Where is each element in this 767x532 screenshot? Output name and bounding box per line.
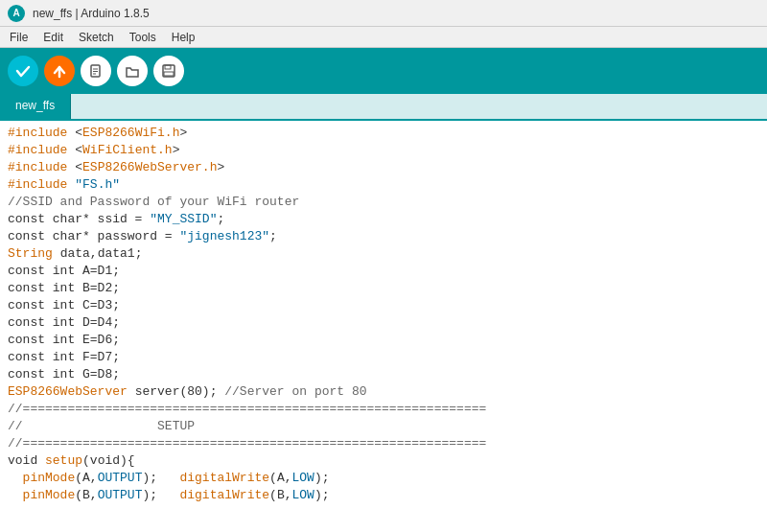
code-line-12: const int D=D4; <box>0 314 767 332</box>
code-line-7: const char* password = "jignesh123"; <box>0 228 767 245</box>
window-title: new_ffs | Arduino 1.8.5 <box>33 7 150 20</box>
title-bar: A new_ffs | Arduino 1.8.5 <box>0 0 767 27</box>
code-line-13: const int E=D6; <box>0 332 767 349</box>
code-line-22: pinMode(B,OUTPUT); digitalWrite(B,LOW); <box>0 487 767 504</box>
tab-bar: new_ffs <box>0 94 767 121</box>
app-icon: A <box>8 5 25 22</box>
code-line-10: const int B=D2; <box>0 280 767 297</box>
code-line-18: // SETUP <box>0 418 767 435</box>
code-line-8: String data,data1; <box>0 245 767 263</box>
code-line-17: //======================================… <box>0 401 767 418</box>
save-button[interactable] <box>153 56 184 86</box>
svg-rect-7 <box>164 72 174 76</box>
code-line-20: void setup(void){ <box>0 452 767 470</box>
code-line-11: const int C=D3; <box>0 297 767 314</box>
menu-help[interactable]: Help <box>166 29 201 46</box>
code-line-16: ESP8266WebServer server(80); //Server on… <box>0 383 767 401</box>
code-line-19: //======================================… <box>0 435 767 452</box>
code-line-1: #include <ESP8266WiFi.h> <box>0 125 767 142</box>
code-line-2: #include <WiFiClient.h> <box>0 142 767 159</box>
code-line-5: //SSID and Password of your WiFi router <box>0 194 767 211</box>
toolbar <box>0 48 767 94</box>
new-button[interactable] <box>81 56 111 86</box>
code-editor[interactable]: #include <ESP8266WiFi.h> #include <WiFiC… <box>0 121 767 532</box>
menu-file[interactable]: File <box>4 29 34 46</box>
tab-new-ffs[interactable]: new_ffs <box>0 94 71 119</box>
code-line-4: #include "FS.h" <box>0 176 767 194</box>
menu-tools[interactable]: Tools <box>124 29 162 46</box>
code-line-6: const char* ssid = "MY_SSID"; <box>0 211 767 228</box>
menu-sketch[interactable]: Sketch <box>73 29 120 46</box>
code-line-3: #include <ESP8266WebServer.h> <box>0 159 767 176</box>
menu-edit[interactable]: Edit <box>37 29 69 46</box>
open-button[interactable] <box>117 56 148 86</box>
verify-button[interactable] <box>8 56 38 86</box>
menu-bar: File Edit Sketch Tools Help <box>0 27 767 48</box>
code-line-14: const int F=D7; <box>0 349 767 366</box>
code-line-9: const int A=D1; <box>0 263 767 280</box>
code-line-15: const int G=D8; <box>0 366 767 383</box>
upload-button[interactable] <box>44 56 75 86</box>
code-line-21: pinMode(A,OUTPUT); digitalWrite(A,LOW); <box>0 470 767 487</box>
